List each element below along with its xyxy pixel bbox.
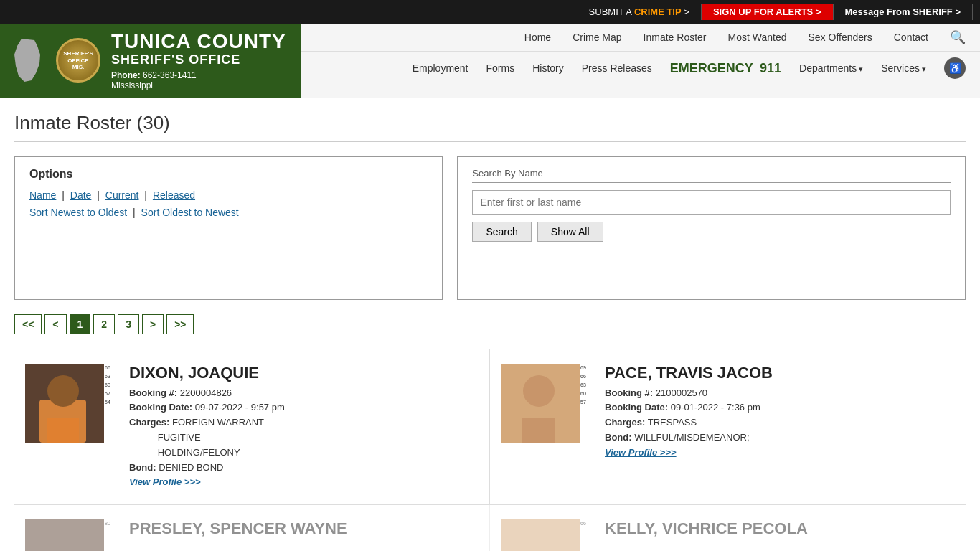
booking-date-label: Booking Date: — [605, 402, 668, 413]
header-nav-bottom: Employment Forms History Press Releases … — [301, 52, 980, 85]
inmate-info: KELLY, VICHRICE PECOLA — [605, 519, 955, 542]
booking-date-value: 09-01-2022 - 7:36 pm — [671, 402, 760, 413]
bond-label: Bond: — [129, 462, 156, 473]
option-sort-oldest[interactable]: Sort Oldest to Newest — [141, 207, 239, 218]
photo-ruler: 66 — [580, 519, 594, 551]
option-released[interactable]: Released — [153, 189, 195, 201]
nav-contact[interactable]: Contact — [894, 32, 928, 43]
inmate-photo: 66 — [501, 519, 594, 551]
nav-sex-offenders[interactable]: Sex Offenders — [809, 32, 872, 43]
top-bar: SUBMIT A CRIME TIP > SIGN UP FOR ALERTS … — [0, 0, 980, 24]
search-button[interactable]: Search — [472, 222, 531, 242]
search-by-name-label: Search By Name — [472, 168, 951, 183]
office-name: SHERIFF'S OFFICE — [111, 53, 286, 67]
booking-num-label: Booking #: — [605, 387, 653, 398]
inmate-photo: 80 — [25, 519, 118, 551]
inmate-card: 6966636057 PACE, TRAVIS JACOB Booking #:… — [490, 349, 966, 506]
option-name[interactable]: Name — [29, 189, 56, 201]
option-sort-newest[interactable]: Sort Newest to Oldest — [29, 207, 127, 218]
alerts-arrow: > — [813, 6, 821, 17]
state-name: Mississippi — [111, 80, 286, 90]
nav-inmate-roster[interactable]: Inmate Roster — [644, 32, 707, 43]
svg-point-2 — [47, 375, 79, 407]
charges-label: Charges: — [605, 417, 645, 428]
page-title: Inmate Roster (30) — [14, 112, 966, 142]
nav-home[interactable]: Home — [524, 32, 551, 43]
search-input[interactable] — [472, 190, 951, 215]
crime-tip-link[interactable]: SUBMIT A CRIME TIP > — [578, 4, 702, 20]
inmate-name: PRESLEY, SPENCER WAYNE — [129, 519, 479, 538]
booking-date-label: Booking Date: — [129, 402, 192, 413]
emergency-text: EMERGENCY — [670, 61, 753, 75]
options-links-row2: Sort Newest to Oldest | Sort Oldest to N… — [29, 207, 428, 218]
sheriff-highlight: SHERIFF — [913, 6, 953, 17]
nav-departments[interactable]: Departments — [799, 62, 863, 74]
svg-point-5 — [523, 375, 555, 407]
main-content: Inmate Roster (30) Options Name | Date |… — [0, 98, 980, 551]
view-profile-link[interactable]: View Profile >>> — [605, 447, 677, 458]
photo-ruler: 6966636057 — [580, 364, 594, 443]
inmate-name: PACE, TRAVIS JACOB — [605, 364, 955, 382]
svg-marker-0 — [14, 39, 40, 82]
alerts-prefix: SIGN UP FOR — [713, 6, 776, 17]
nav-press-releases[interactable]: Press Releases — [582, 62, 652, 74]
header-left: SHERIFF'SOFFICEMIS. TUNICA COUNTY SHERIF… — [0, 24, 301, 98]
page-prev[interactable]: < — [44, 314, 66, 334]
accessibility-button[interactable]: ♿ — [944, 57, 966, 79]
sheriff-arrow: > — [953, 6, 961, 17]
nav-employment[interactable]: Employment — [413, 62, 468, 74]
inmate-card: 66 KELLY, VICHRICE PECOLA — [490, 505, 966, 551]
county-name: TUNICA COUNTY — [111, 31, 286, 53]
nav-most-wanted[interactable]: Most Wanted — [728, 32, 787, 43]
inmate-info: DIXON, JOAQUIE Booking #: 2200004826 Boo… — [129, 364, 479, 491]
phone-number: 662-363-1411 — [143, 70, 197, 80]
mugshot-figure-icon — [501, 364, 580, 443]
inmate-card: 6663605754 DIXON, JOAQUIE Booking #: 220… — [14, 349, 490, 506]
booking-num-label: Booking #: — [129, 387, 177, 398]
search-icon-button[interactable]: 🔍 — [950, 29, 966, 45]
phone-info: Phone: 662-363-1411 — [111, 70, 286, 80]
crime-tip-arrow: > — [682, 6, 689, 17]
svg-rect-6 — [522, 418, 555, 443]
inmate-photo: 6966636057 — [501, 364, 594, 443]
page-1[interactable]: 1 — [70, 314, 91, 334]
alerts-highlight: ALERTS — [776, 6, 813, 17]
bond-value: DENIED BOND — [159, 462, 223, 473]
photo-ruler: 6663605754 — [104, 364, 118, 443]
page-first[interactable]: << — [14, 314, 42, 334]
nav-forms[interactable]: Forms — [486, 62, 515, 74]
phone-label: Phone: — [111, 70, 141, 80]
booking-num-value: 2200004826 — [180, 387, 232, 398]
nav-history[interactable]: History — [532, 62, 564, 74]
inmate-info: PRESLEY, SPENCER WAYNE — [129, 519, 479, 542]
sheriff-link[interactable]: Message From SHERIFF > — [834, 4, 974, 20]
option-current[interactable]: Current — [105, 189, 139, 201]
header-nav-top: Home Crime Map Inmate Roster Most Wanted… — [301, 24, 980, 52]
booking-date-value: 09-07-2022 - 9:57 pm — [195, 402, 285, 413]
svg-rect-3 — [47, 418, 79, 443]
options-search-row: Options Name | Date | Current | Released… — [14, 156, 966, 300]
sheriff-badge-logo: SHERIFF'SOFFICEMIS. — [56, 38, 100, 83]
sheriff-prefix: Message From — [845, 6, 913, 17]
ms-silhouette-icon — [14, 39, 42, 82]
page-2[interactable]: 2 — [93, 314, 115, 334]
nav-services[interactable]: Services — [881, 62, 926, 74]
inmate-name: DIXON, JOAQUIE — [129, 364, 479, 382]
view-profile-link[interactable]: View Profile >>> — [129, 476, 201, 487]
page-3[interactable]: 3 — [118, 314, 139, 334]
site-title: TUNICA COUNTY SHERIFF'S OFFICE Phone: 66… — [111, 31, 286, 90]
emergency-label: EMERGENCY 911 — [670, 61, 781, 76]
page-next[interactable]: > — [142, 314, 164, 334]
nav-crime-map[interactable]: Crime Map — [573, 32, 621, 43]
booking-num-value: 2100002570 — [656, 387, 707, 398]
show-all-button[interactable]: Show All — [537, 222, 603, 242]
option-date[interactable]: Date — [70, 189, 92, 201]
emergency-911: 911 — [760, 61, 781, 75]
page-last[interactable]: >> — [166, 314, 194, 334]
inmate-detail: Booking #: 2100002570 Booking Date: 09-0… — [605, 386, 955, 461]
charges-value: TRESPASS — [648, 417, 697, 428]
alerts-link[interactable]: SIGN UP FOR ALERTS > — [702, 4, 834, 20]
bond-label: Bond: — [605, 432, 632, 443]
pagination: << < 1 2 3 > >> — [14, 314, 966, 334]
options-heading: Options — [29, 168, 428, 181]
